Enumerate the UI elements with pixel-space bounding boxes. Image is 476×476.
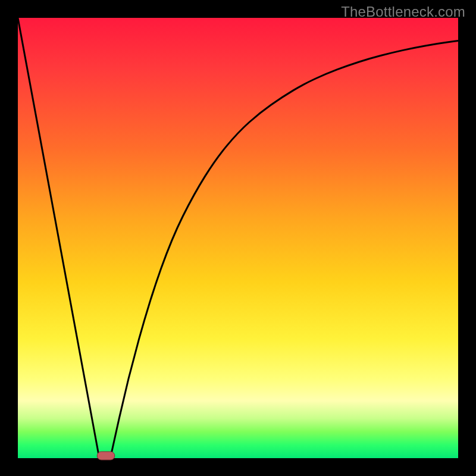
watermark-text: TheBottleneck.com xyxy=(341,4,465,20)
curve-right xyxy=(110,40,458,458)
optimal-marker xyxy=(97,452,115,460)
curve-left xyxy=(18,18,99,458)
curve-layer xyxy=(0,0,476,476)
chart-frame: TheBottleneck.com xyxy=(0,0,476,476)
